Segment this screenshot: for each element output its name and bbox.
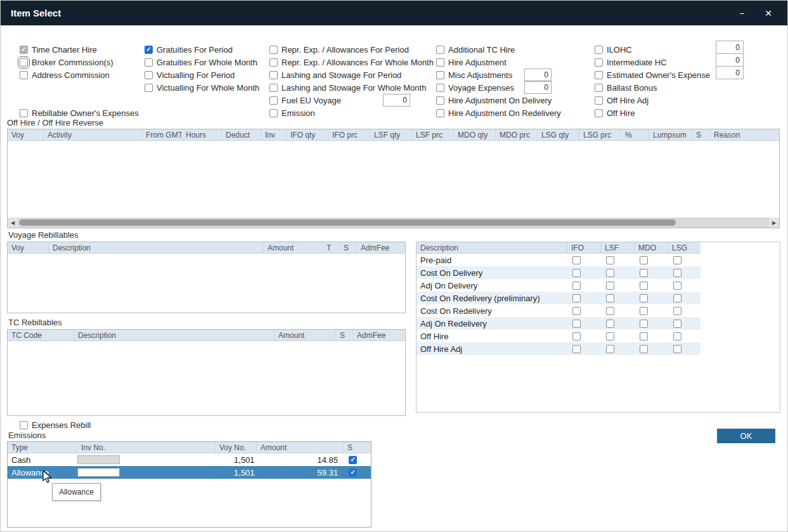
horizontal-scrollbar[interactable]: ◀ ▶	[8, 217, 779, 228]
checkbox[interactable]	[20, 58, 28, 67]
table-row[interactable]: Adj On Redelivery	[417, 317, 701, 330]
checkbox[interactable]	[145, 58, 153, 67]
lsg-checkbox[interactable]	[673, 256, 681, 264]
ifo-checkbox[interactable]	[572, 320, 581, 328]
inv-no-input[interactable]	[77, 455, 120, 464]
lsf-checkbox[interactable]	[606, 307, 614, 315]
checkbox-option[interactable]: Estimated Owner's Expense	[595, 68, 710, 81]
table-row[interactable]: Off Hire	[417, 330, 701, 342]
checkbox-option[interactable]: Intermediate HC	[595, 56, 710, 68]
close-icon[interactable]: ✕	[765, 9, 772, 18]
checkbox-option[interactable]: Ballast Bonus	[595, 81, 710, 94]
mdo-checkbox[interactable]	[640, 332, 648, 341]
checkbox[interactable]	[20, 109, 28, 117]
checkbox-option[interactable]: Rebillable Owner's Expenses	[20, 107, 139, 119]
lsf-checkbox[interactable]	[606, 294, 614, 302]
emissions-row[interactable]: Allowance 1,501 59.31	[8, 466, 371, 479]
lsg-checkbox[interactable]	[673, 294, 681, 302]
checkbox-option[interactable]: Additional TC Hire	[436, 43, 561, 56]
expenses-rebill-checkbox[interactable]	[20, 421, 28, 429]
checkbox-option[interactable]: Victualling For Whole Month	[145, 81, 259, 94]
checkbox-option[interactable]: Repr. Exp. / Allowances For Whole Month	[269, 56, 434, 68]
checkbox[interactable]	[269, 46, 278, 54]
checkbox-option[interactable]: Misc Adjustments 0	[436, 68, 561, 81]
lsf-checkbox[interactable]	[606, 269, 614, 277]
table-row[interactable]: Cost On Redelivery	[417, 304, 701, 317]
mdo-checkbox[interactable]	[640, 294, 648, 302]
checkbox-option[interactable]: Off Hire	[595, 107, 710, 119]
checkbox-option[interactable]: Fuel EU Voyage 0	[269, 94, 434, 107]
lsg-checkbox[interactable]	[673, 332, 681, 341]
inv-no-input[interactable]	[77, 468, 120, 477]
checkbox[interactable]	[595, 84, 603, 92]
ifo-checkbox[interactable]	[572, 307, 581, 315]
lsg-checkbox[interactable]	[673, 320, 681, 328]
lsf-checkbox[interactable]	[606, 256, 614, 264]
mdo-checkbox[interactable]	[640, 282, 648, 290]
value-input[interactable]: 0	[524, 81, 552, 94]
checkbox-option[interactable]: ILOHC	[595, 43, 710, 56]
lsf-checkbox[interactable]	[606, 320, 614, 328]
lsf-checkbox[interactable]	[606, 345, 614, 353]
checkbox[interactable]	[20, 46, 28, 54]
checkbox-option[interactable]: Time Charter Hire	[20, 43, 113, 56]
value-input[interactable]: 0	[716, 66, 744, 79]
value-input[interactable]: 0	[383, 94, 410, 107]
lsg-checkbox[interactable]	[673, 282, 681, 290]
scrollbar-track[interactable]	[18, 217, 769, 228]
table-row[interactable]: Cost On Delivery	[417, 266, 701, 279]
mdo-checkbox[interactable]	[640, 269, 648, 277]
checkbox[interactable]	[595, 46, 603, 54]
row-checkbox[interactable]	[349, 456, 357, 464]
ifo-checkbox[interactable]	[572, 332, 581, 341]
checkbox[interactable]	[436, 46, 444, 54]
checkbox-option[interactable]: Broker Commission(s)	[20, 56, 113, 68]
value-input[interactable]: 0	[716, 41, 744, 54]
mdo-checkbox[interactable]	[640, 256, 648, 264]
checkbox[interactable]	[269, 84, 278, 92]
scroll-left-icon[interactable]: ◀	[8, 217, 18, 228]
value-input[interactable]: 0	[524, 68, 552, 81]
ok-button[interactable]: OK	[717, 429, 775, 443]
checkbox-option[interactable]: Emission	[269, 107, 434, 119]
checkbox-option[interactable]: Lashing and Stowage For Whole Month	[269, 81, 434, 94]
value-input[interactable]: 0	[716, 53, 744, 67]
checkbox[interactable]	[595, 109, 603, 117]
table-row[interactable]: Off Hire Adj	[417, 342, 701, 355]
checkbox-option[interactable]: Hire Adjustment On Redelivery	[436, 107, 561, 119]
ifo-checkbox[interactable]	[572, 269, 581, 277]
checkbox[interactable]	[269, 71, 278, 79]
scroll-right-icon[interactable]: ▶	[769, 217, 779, 228]
checkbox[interactable]	[436, 71, 444, 79]
table-row[interactable]: Adj On Delivery	[417, 279, 701, 292]
minimize-icon[interactable]: −	[739, 9, 744, 18]
scrollbar-thumb[interactable]	[19, 219, 676, 226]
checkbox[interactable]	[20, 71, 28, 79]
checkbox-option[interactable]: Gratuities For Whole Month	[145, 56, 259, 68]
table-row[interactable]: Pre-paid	[417, 254, 701, 266]
checkbox[interactable]	[595, 96, 603, 105]
ifo-checkbox[interactable]	[572, 345, 581, 353]
checkbox-option[interactable]: Hire Adjustment	[436, 56, 561, 68]
table-row[interactable]: Cost On Redelivery (preliminary)	[417, 292, 701, 304]
ifo-checkbox[interactable]	[572, 282, 581, 290]
mdo-checkbox[interactable]	[640, 345, 648, 353]
ifo-checkbox[interactable]	[572, 256, 581, 264]
checkbox[interactable]	[595, 71, 603, 79]
lsf-checkbox[interactable]	[606, 332, 614, 341]
lsg-checkbox[interactable]	[673, 269, 681, 277]
checkbox[interactable]	[145, 46, 153, 54]
checkbox[interactable]	[436, 58, 444, 67]
mdo-checkbox[interactable]	[640, 307, 648, 315]
checkbox[interactable]	[595, 58, 603, 67]
checkbox[interactable]	[436, 84, 444, 92]
ifo-checkbox[interactable]	[572, 294, 581, 302]
checkbox-option[interactable]: Repr. Exp. / Allowances For Period	[269, 43, 434, 56]
emissions-row[interactable]: Cash 1,501 14.85	[8, 453, 371, 466]
checkbox[interactable]	[436, 109, 444, 117]
checkbox[interactable]	[269, 109, 278, 117]
mdo-checkbox[interactable]	[640, 320, 648, 328]
checkbox[interactable]	[145, 84, 153, 92]
checkbox-option[interactable]: Victualling For Period	[145, 68, 259, 81]
checkbox[interactable]	[269, 58, 278, 67]
